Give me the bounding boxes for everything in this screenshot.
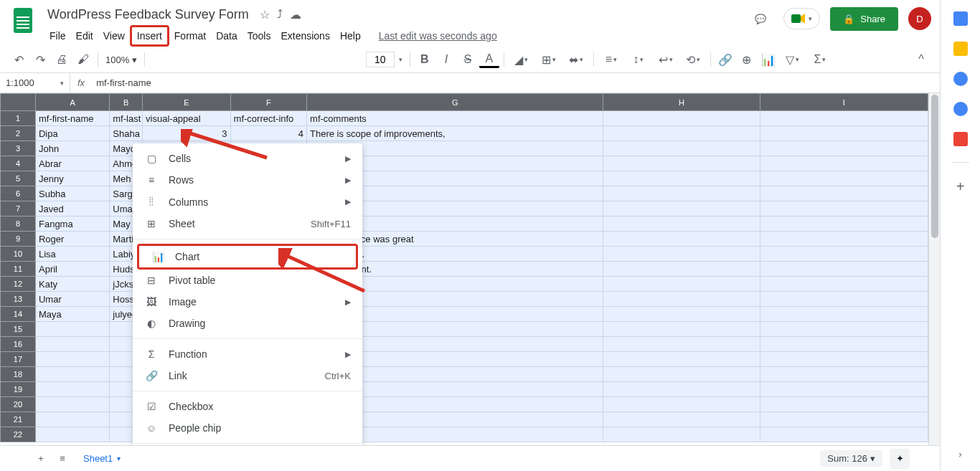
row-header-8[interactable]: 8 [1,217,36,232]
zoom-select[interactable]: 100% ▾ [103,54,140,65]
cell-A14[interactable]: Maya [35,307,109,322]
halign-icon[interactable]: ≡ [598,49,624,70]
menu-view[interactable]: View [98,27,130,44]
menu-link[interactable]: 🔗LinkCtrl+K [133,365,362,386]
row-header-5[interactable]: 5 [1,171,36,186]
cell-H15[interactable] [603,322,760,337]
menu-format[interactable]: Format [169,27,211,44]
cell-I1[interactable] [760,111,928,126]
valign-icon[interactable]: ↕ [626,49,651,70]
cell-A13[interactable]: Umar [35,292,109,307]
contacts-icon[interactable] [953,102,968,116]
col-header-A[interactable]: A [35,94,109,111]
share-button[interactable]: 🔒 Share [830,7,898,31]
cell-F1[interactable]: mf-correct-info [230,111,307,126]
avatar[interactable]: D [908,7,931,30]
cell-H14[interactable] [603,307,760,322]
add-addon-icon[interactable]: + [956,179,965,195]
col-header-E[interactable]: E [143,94,230,111]
row-header-14[interactable]: 14 [1,307,36,322]
sheets-logo[interactable] [9,6,37,34]
cell-A10[interactable]: Lisa [35,247,109,262]
cell-H20[interactable] [603,397,760,412]
bold-icon[interactable]: B [415,49,435,70]
cell-H8[interactable] [603,217,760,232]
row-header-3[interactable]: 3 [1,141,36,156]
cell-H22[interactable] [603,427,760,442]
add-sheet-button[interactable]: + [30,448,52,470]
cell-A8[interactable]: Fangma [35,217,109,232]
cell-H10[interactable] [603,247,760,262]
explore-button[interactable]: ✦ [890,449,910,469]
menu-insert[interactable]: Insert [130,25,169,47]
cell-I16[interactable] [760,337,928,352]
col-header-I[interactable]: I [760,94,928,111]
cell-I15[interactable] [760,322,928,337]
cell-I6[interactable] [760,186,928,201]
row-header-9[interactable]: 9 [1,232,36,247]
undo-icon[interactable]: ↶ [9,49,29,70]
row-header-1[interactable]: 1 [1,111,36,126]
text-color-icon[interactable]: A [479,51,499,68]
row-header-17[interactable]: 17 [1,352,36,367]
cell-A1[interactable]: mf-first-name [35,111,109,126]
tasks-icon[interactable] [953,72,968,86]
hide-sidepanel-icon[interactable]: › [958,449,961,460]
meet-button[interactable]: ▾ [783,8,820,29]
col-header-H[interactable]: H [603,94,760,111]
cell-H12[interactable] [603,277,760,292]
comments-icon[interactable]: 💬 [748,6,773,32]
row-header-18[interactable]: 18 [1,367,36,382]
cloud-icon[interactable]: ☁ [290,8,301,22]
cell-G1[interactable]: mf-comments [307,111,603,126]
cell-I14[interactable] [760,307,928,322]
menu-function[interactable]: ΣFunction▶ [133,343,362,365]
formula-input[interactable]: mf-first-name [92,77,940,88]
cell-H17[interactable] [603,352,760,367]
row-header-19[interactable]: 19 [1,382,36,397]
menu-tools[interactable]: Tools [242,27,276,44]
row-header-13[interactable]: 13 [1,292,36,307]
cell-I8[interactable] [760,217,928,232]
cell-I20[interactable] [760,397,928,412]
cell-I13[interactable] [760,292,928,307]
cell-I17[interactable] [760,352,928,367]
row-header-22[interactable]: 22 [1,427,36,442]
cell-A15[interactable] [35,322,109,337]
cell-G2[interactable]: There is scope of improvements, [307,126,603,141]
cell-I2[interactable] [760,126,928,141]
comment-toolbar-icon[interactable]: ⊕ [737,49,757,70]
wrap-icon[interactable]: ↩ [653,49,679,70]
last-edit[interactable]: Last edit was seconds ago [379,30,497,42]
row-header-11[interactable]: 11 [1,262,36,277]
cell-A18[interactable] [35,367,109,382]
cell-I19[interactable] [760,382,928,397]
cell-I10[interactable] [760,247,928,262]
row-header-2[interactable]: 2 [1,126,36,141]
cell-I7[interactable] [760,201,928,217]
toolbar-expand-icon[interactable]: ^ [911,49,931,70]
cell-H13[interactable] [603,292,760,307]
col-header-F[interactable]: F [230,94,307,111]
cell-H3[interactable] [603,141,760,156]
row-header-12[interactable]: 12 [1,277,36,292]
menu-file[interactable]: File [44,27,71,44]
cell-I11[interactable] [760,262,928,277]
cell-E1[interactable]: visual-appeal [143,111,230,126]
cell-H11[interactable] [603,262,760,277]
cell-A19[interactable] [35,382,109,397]
row-header-10[interactable]: 10 [1,247,36,262]
menu-columns[interactable]: ⦙⦙Columns▶ [133,191,362,213]
menu-data[interactable]: Data [211,27,242,44]
cell-I9[interactable] [760,232,928,247]
cell-A3[interactable]: John [35,141,109,156]
cell-A17[interactable] [35,352,109,367]
menu-help[interactable]: Help [335,27,366,44]
cell-H1[interactable] [603,111,760,126]
borders-icon[interactable]: ⊞ [536,49,562,70]
cell-A5[interactable]: Jenny [35,171,109,186]
link-toolbar-icon[interactable]: 🔗 [715,49,735,70]
sum-chip[interactable]: Sum: 126 ▾ [820,450,882,467]
sheet-tab[interactable]: Sheet1 ▾ [73,446,131,471]
cell-A11[interactable]: April [35,262,109,277]
